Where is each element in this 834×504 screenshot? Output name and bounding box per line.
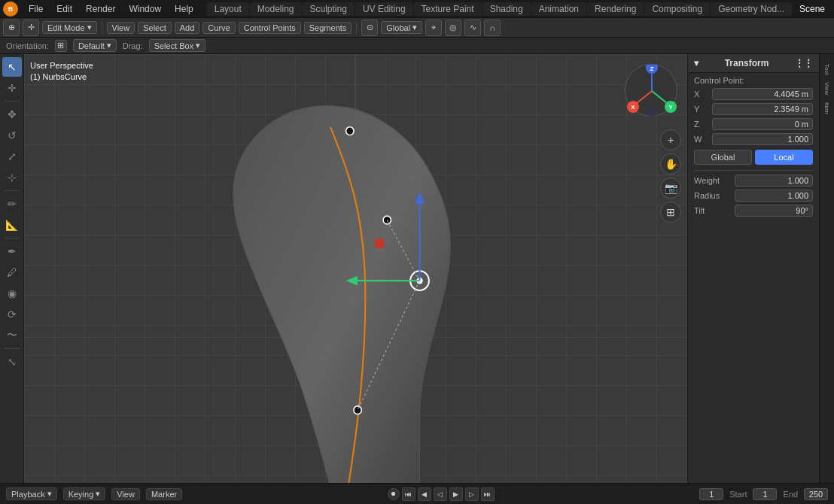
- end-frame[interactable]: 250: [804, 488, 828, 500]
- global-selector[interactable]: Global ▾: [381, 21, 422, 34]
- separator-1: [102, 21, 102, 35]
- tab-sculpting[interactable]: Sculpting: [303, 2, 355, 16]
- tab-compositing[interactable]: Compositing: [644, 2, 710, 16]
- segments-menu[interactable]: Segments: [304, 22, 352, 34]
- local-btn[interactable]: Local: [755, 150, 813, 165]
- playback-btn[interactable]: Playback ▾: [6, 487, 57, 500]
- panel-divider-1: [694, 170, 813, 171]
- tilt-row: Tilt 90°: [688, 203, 819, 218]
- tab-rendering[interactable]: Rendering: [587, 2, 644, 16]
- proportional-editing-icon[interactable]: ⊙: [361, 20, 378, 36]
- prev-frame-btn[interactable]: ◀: [418, 487, 431, 501]
- mode-selector[interactable]: Edit Mode ▾: [42, 21, 97, 34]
- marker-btn[interactable]: Marker: [146, 488, 182, 500]
- drag-select-box[interactable]: Select Box ▾: [149, 39, 206, 52]
- scene-name: Scene: [799, 4, 831, 14]
- tab-uv-editing[interactable]: UV Editing: [355, 2, 413, 16]
- panel-options-icon[interactable]: ⋮⋮: [795, 58, 813, 68]
- tool-scale[interactable]: ⤢: [2, 147, 22, 166]
- svg-point-8: [346, 127, 354, 135]
- svg-text:Y: Y: [668, 104, 673, 111]
- start-frame[interactable]: 1: [753, 488, 777, 500]
- radius-value[interactable]: 1.000: [735, 190, 813, 202]
- tilt-value[interactable]: 90°: [735, 205, 813, 217]
- play-reverse-btn[interactable]: ◁: [434, 487, 447, 501]
- tool-rotate[interactable]: ↺: [2, 126, 22, 145]
- current-frame[interactable]: 1: [699, 488, 723, 500]
- weight-value[interactable]: 1.000: [735, 175, 813, 187]
- pan-btn[interactable]: ✋: [660, 153, 681, 175]
- orthographic-btn[interactable]: ⊞: [660, 202, 681, 223]
- next-frame-btn[interactable]: ▷: [465, 487, 479, 501]
- tool-strip-icon[interactable]: Tool: [821, 63, 833, 75]
- tool-tilt[interactable]: ⟳: [2, 305, 22, 324]
- radius-row: Radius 1.000: [688, 188, 819, 203]
- menu-help[interactable]: Help: [169, 2, 199, 16]
- tab-geometry-nodes[interactable]: Geometry Nod...: [711, 2, 792, 16]
- menu-edit[interactable]: Edit: [50, 2, 78, 16]
- view-menu[interactable]: View: [107, 22, 135, 34]
- nav-gizmo-circle[interactable]: Z Y X: [625, 64, 677, 117]
- record-btn[interactable]: ⏺: [388, 488, 400, 500]
- orientation-row: Orientation: ⊞ Default ▾ Drag: Select Bo…: [0, 38, 834, 54]
- end-label: End: [783, 490, 798, 499]
- tool-add-curve[interactable]: ✒: [2, 241, 22, 261]
- jump-start-btn[interactable]: ⏮: [402, 487, 415, 501]
- hooks-icon[interactable]: ∩: [484, 20, 501, 36]
- orientation-label: Orientation:: [6, 41, 49, 50]
- item-strip-icon[interactable]: Item: [821, 102, 833, 114]
- panel-collapse-icon[interactable]: ▾: [694, 58, 699, 68]
- z-value[interactable]: 0 m: [712, 118, 813, 130]
- menu-file[interactable]: File: [23, 2, 49, 16]
- tab-texture-paint[interactable]: Texture Paint: [414, 2, 482, 16]
- control-point-label: Control Point:: [688, 73, 819, 87]
- tab-layout[interactable]: Layout: [207, 2, 249, 16]
- tab-animation[interactable]: Animation: [531, 2, 586, 16]
- tool-smooth[interactable]: 〜: [2, 326, 22, 345]
- zoom-in-btn[interactable]: +: [660, 129, 681, 150]
- tool-draw[interactable]: 🖊: [2, 263, 22, 282]
- orientation-icon[interactable]: ⊞: [55, 40, 67, 52]
- tool-transform[interactable]: ⊹: [2, 168, 22, 187]
- view-timeline-btn[interactable]: View: [111, 488, 140, 500]
- tool-shrink[interactable]: ⤡: [2, 352, 22, 372]
- main-content: ↖ ✛ ✥ ↺ ⤢ ⊹ ✏ 📐 ✒ 🖊 ◉ ⟳ 〜 ⤡: [0, 54, 834, 483]
- menu-render[interactable]: Render: [80, 2, 121, 16]
- tool-sep-4: [5, 348, 20, 349]
- camera-btn[interactable]: 📷: [660, 178, 681, 199]
- w-value[interactable]: 1.000: [712, 133, 813, 145]
- tab-modeling[interactable]: Modeling: [250, 2, 302, 16]
- y-row: Y 2.3549 m: [688, 102, 819, 117]
- separator-2: [356, 21, 357, 35]
- tool-select[interactable]: ↖: [2, 57, 22, 77]
- transform-icon[interactable]: ⊕: [3, 20, 20, 36]
- x-value[interactable]: 4.4045 m: [712, 88, 813, 100]
- tool-cursor[interactable]: ✛: [2, 78, 22, 98]
- y-value[interactable]: 2.3549 m: [712, 103, 813, 115]
- menu-window[interactable]: Window: [123, 2, 167, 16]
- play-btn[interactable]: ▶: [449, 487, 463, 501]
- nav-gizmo[interactable]: Z Y X: [621, 60, 681, 120]
- snap-icon[interactable]: ⌖: [425, 20, 442, 36]
- cursor-icon[interactable]: ✛: [23, 20, 39, 36]
- tool-move[interactable]: ✥: [2, 105, 22, 124]
- global-btn[interactable]: Global: [694, 150, 752, 165]
- tool-measure[interactable]: 📐: [2, 215, 22, 235]
- z-row: Z 0 m: [688, 117, 819, 132]
- tool-radius[interactable]: ◉: [2, 284, 22, 303]
- curve-display-icon[interactable]: ∿: [464, 20, 481, 36]
- keying-btn[interactable]: Keying ▾: [63, 487, 106, 500]
- tab-shading[interactable]: Shading: [482, 2, 531, 16]
- jump-end-btn[interactable]: ⏭: [481, 487, 495, 501]
- workspace-tabs: Layout Modeling Sculpting UV Editing Tex…: [207, 2, 792, 16]
- tool-annotate[interactable]: ✏: [2, 194, 22, 214]
- tool-sep-2: [5, 190, 20, 191]
- proportional-icon[interactable]: ◎: [445, 20, 461, 36]
- curve-menu[interactable]: Curve: [202, 22, 235, 34]
- add-menu[interactable]: Add: [175, 22, 200, 34]
- viewport[interactable]: User Perspective (1) NurbsCurve Z Y: [24, 54, 687, 483]
- select-menu[interactable]: Select: [138, 22, 172, 34]
- orientation-default[interactable]: Default ▾: [73, 39, 117, 52]
- view-strip-icon[interactable]: View: [821, 83, 833, 95]
- control-points-menu[interactable]: Control Points: [239, 22, 301, 34]
